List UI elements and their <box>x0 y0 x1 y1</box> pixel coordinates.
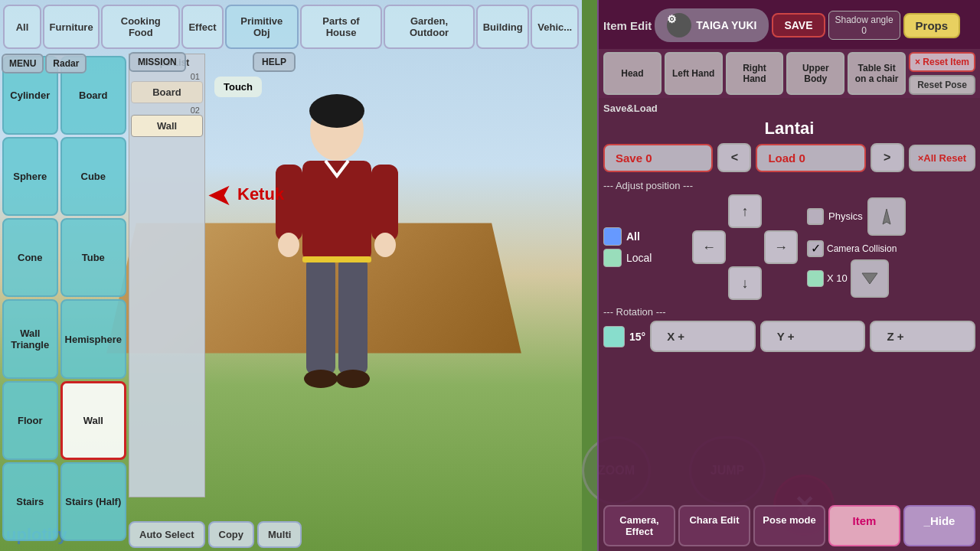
rotation-label: --- Rotation --- <box>603 306 975 318</box>
nav-btn-building[interactable]: Building <box>476 5 529 49</box>
physics-label: Physics <box>828 210 863 222</box>
chara-edit-button[interactable]: Chara Edit <box>678 505 750 546</box>
dir-down-button[interactable]: ↓ <box>728 266 762 300</box>
help-button[interactable]: HELP <box>253 52 296 72</box>
physics-icon-button[interactable] <box>867 197 906 236</box>
x-plus-button[interactable]: X + <box>650 321 756 352</box>
physics-checkbox[interactable] <box>807 208 824 225</box>
body-slot-right-hand[interactable]: Right Hand <box>726 52 784 95</box>
rotation-color-square <box>603 326 625 347</box>
props-tab-button[interactable]: Props <box>903 13 961 38</box>
touch-button[interactable]: Touch <box>214 77 262 97</box>
hide-button[interactable]: _Hide <box>903 505 975 546</box>
left-btn-stairs[interactable]: Stairs <box>2 462 58 541</box>
nav-btn-parts-of-house[interactable]: Parts of House <box>300 5 382 49</box>
left-btn-cube[interactable]: Cube <box>60 137 126 216</box>
svg-rect-4 <box>371 165 398 241</box>
props-slot-num-1: 01 <box>131 72 203 81</box>
shadow-box: Shadow angle 0 <box>828 11 900 40</box>
dir-left-button[interactable]: ← <box>692 230 726 264</box>
user-badge: ⚙ TAIGA YUKI <box>655 8 769 42</box>
y-plus-button[interactable]: Y + <box>760 321 866 352</box>
nav-btn-primitive-obj[interactable]: Primitive Obj <box>225 5 299 49</box>
props-slot-num-2: 02 <box>131 106 203 115</box>
item-edit-label: Item Edit <box>603 19 652 32</box>
svg-point-10 <box>278 233 299 257</box>
left-btn-wall[interactable]: Wall <box>60 381 126 460</box>
left-btn-wall-triangle[interactable]: Wall Triangle <box>2 299 58 378</box>
dir-right-button[interactable]: → <box>764 230 798 264</box>
shadow-label: Shadow angle <box>835 15 893 25</box>
user-avatar: ⚙ <box>667 13 691 37</box>
nav-btn-vehicle[interactable]: Vehic... <box>531 5 579 49</box>
body-slot-upper-body[interactable]: Upper Body <box>786 52 844 95</box>
local-label: Local <box>626 252 652 264</box>
all-row: All <box>603 227 688 246</box>
down-arrow-button[interactable] <box>851 259 889 298</box>
copy-button[interactable]: Copy <box>208 521 255 548</box>
save0-button[interactable]: Save 0 <box>603 144 713 172</box>
left-btn-stairs-half[interactable]: Stairs (Half) <box>60 462 126 541</box>
props-item-wall[interactable]: Wall <box>131 115 203 137</box>
right-panel: Item Edit ⚙ TAIGA YUKI SAVE Shadow angle… <box>597 0 980 551</box>
adjust-left-col: All Local <box>603 227 688 267</box>
x10-label: X 10 <box>827 272 848 284</box>
nav-left-button[interactable]: < <box>717 143 751 172</box>
camera-collision-section: ✓ Camera Collision X 10 <box>807 240 906 298</box>
left-btn-hemisphere[interactable]: Hemisphere <box>60 299 126 378</box>
mission-button[interactable]: MISSION <box>129 52 186 72</box>
svg-rect-5 <box>306 259 335 373</box>
nav-btn-effect[interactable]: Effect <box>181 5 223 49</box>
adjust-position-section: --- Adjust position --- All Local ↑ ← <box>599 177 980 303</box>
rotation-row: 15° X + Y + Z + <box>603 321 975 352</box>
load0-button[interactable]: Load 0 <box>756 144 865 172</box>
bottom-controls: Auto Select Copy Multi <box>129 521 302 548</box>
physics-row: Physics <box>807 197 906 236</box>
checkmark-icon: ✓ <box>811 241 821 256</box>
character-figure <box>260 92 413 413</box>
svg-point-11 <box>374 233 396 257</box>
multi-button[interactable]: Multi <box>257 521 302 548</box>
item-button[interactable]: Item <box>828 505 900 546</box>
x10-row: X 10 <box>807 259 906 298</box>
body-slot-table[interactable]: Table Sit on a chair <box>848 52 906 95</box>
all-label: All <box>626 230 640 243</box>
props-item-board[interactable]: Board <box>131 81 203 103</box>
nav-right-button[interactable]: > <box>871 143 904 172</box>
pose-mode-button[interactable]: Pose mode <box>753 505 825 546</box>
menu-button[interactable]: MENU <box>2 54 44 73</box>
camera-effect-button[interactable]: Camera, Effect <box>603 505 675 546</box>
z-plus-button[interactable]: Z + <box>870 321 975 352</box>
svg-rect-6 <box>338 259 368 373</box>
body-slot-head[interactable]: Head <box>603 52 662 95</box>
right-top-bar: Item Edit ⚙ TAIGA YUKI SAVE Shadow angle… <box>599 0 980 49</box>
auto-select-button[interactable]: Auto Select <box>129 521 205 548</box>
nav-btn-garden-outdoor[interactable]: Garden, Outdoor <box>384 5 475 49</box>
save-load-section: Save&Load Lantai Save 0 < Load 0 > ×All … <box>599 98 980 177</box>
svg-point-8 <box>336 370 370 388</box>
left-panel: Cylinder Board Sphere Cube Cone Tube Wal… <box>0 54 129 543</box>
x10-color-square <box>807 270 824 287</box>
reset-item-button[interactable]: × Reset Item <box>909 52 975 72</box>
left-btn-floor[interactable]: Floor <box>2 381 58 460</box>
reset-pose-button[interactable]: Reset Pose <box>909 75 975 95</box>
save-top-button[interactable]: SAVE <box>772 13 825 37</box>
direction-grid: ↑ ← → ↓ <box>692 194 798 300</box>
svg-point-1 <box>309 94 364 128</box>
nav-btn-cooking-food[interactable]: Cooking Food <box>101 5 180 49</box>
top-nav: All Furniture Cooking Food Effect Primit… <box>0 0 582 54</box>
save-load-label: Save&Load <box>603 103 975 114</box>
body-slot-left-hand[interactable]: Left Hand <box>665 52 723 95</box>
left-btn-cone[interactable]: Cone <box>2 218 58 297</box>
rotation-section: --- Rotation --- 15° X + Y + Z + <box>599 303 980 355</box>
dir-up-button[interactable]: ↑ <box>728 194 762 228</box>
lantai-title: Lantai <box>603 117 975 143</box>
dir-empty-br <box>764 266 798 300</box>
left-btn-tube[interactable]: Tube <box>60 218 126 297</box>
left-btn-sphere[interactable]: Sphere <box>2 137 58 216</box>
nav-btn-all[interactable]: All <box>3 5 41 49</box>
radar-button[interactable]: Radar <box>45 54 87 73</box>
nav-btn-furniture[interactable]: Furniture <box>43 5 100 49</box>
all-reset-button[interactable]: ×All Reset <box>909 145 975 171</box>
camera-collision-checkbox[interactable]: ✓ <box>807 240 824 257</box>
